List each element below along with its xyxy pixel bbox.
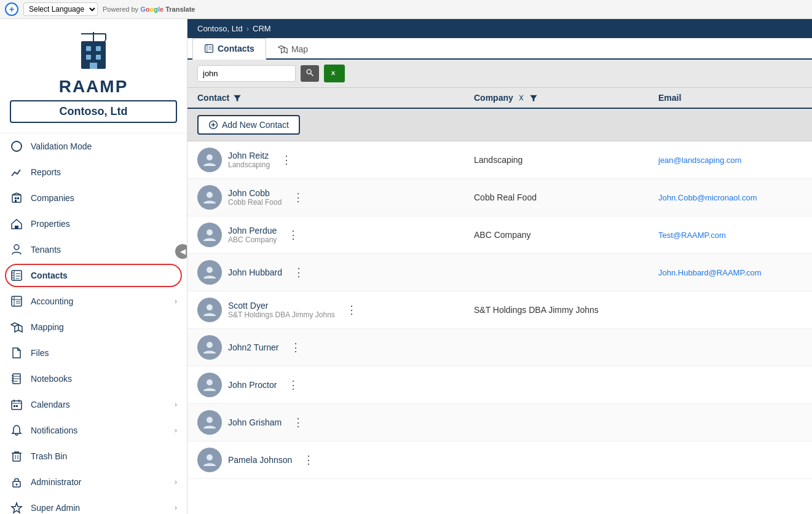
star-icon [10,501,23,514]
bell-icon [10,424,23,437]
svg-line-56 [310,73,313,76]
sidebar-item-notifications[interactable]: Notifications › [0,417,187,443]
contact-name[interactable]: John Grisham [228,417,282,427]
sidebar-item-mapping[interactable]: Mapping [0,314,187,340]
svg-rect-14 [15,200,17,202]
email-link[interactable]: John.Hubbard@RAAMP.com [658,268,762,277]
svg-point-68 [207,304,213,310]
add-new-contact-button[interactable]: Add New Contact [197,115,300,135]
contact-more-button[interactable]: ⋮ [298,451,319,469]
contact-more-button[interactable]: ⋮ [276,151,297,169]
filter-icon[interactable] [233,93,242,102]
files-icon [10,346,23,360]
svg-rect-3 [86,55,91,60]
sort-icon[interactable] [517,93,526,102]
company-cell: S&T Holdings DBA Jimmy Johns [474,305,658,315]
contact-more-button[interactable]: ⋮ [288,263,309,282]
language-bar: + Select Language Powered by Google Tran… [0,0,812,19]
sidebar-collapse-button[interactable]: ◀ [175,244,187,259]
home-icon [10,217,23,231]
contact-name[interactable]: John Hubbard [228,267,282,277]
sidebar-item-calendars[interactable]: Calendars › [0,392,187,417]
sidebar-item-validation-mode[interactable]: Validation Mode [0,133,187,159]
contact-more-button[interactable]: ⋮ [283,226,304,244]
breadcrumb-module: CRM [253,24,271,33]
sidebar-item-administrator[interactable]: Administrator › [0,469,187,495]
person-avatar-icon [202,415,217,430]
contact-name[interactable]: John Proctor [228,380,277,390]
sidebar-item-files[interactable]: Files [0,340,187,366]
contact-name[interactable]: Pamela Johnson [228,455,292,465]
svg-point-55 [307,69,311,74]
table-row: John Grisham ⋮ [187,404,812,441]
contact-cell: John Perdue ABC Company ⋮ [197,223,474,247]
translate-add-button[interactable]: + [5,2,18,16]
filter-icon[interactable] [529,93,538,102]
svg-point-71 [207,417,213,423]
sidebar-item-properties[interactable]: Properties [0,211,187,237]
powered-by-text: Powered by Google Translate [103,6,195,13]
app-name: RAAMP [59,77,128,97]
search-input[interactable] [197,65,296,82]
tab-map[interactable]: Map [266,38,320,60]
sidebar-item-tenants[interactable]: Tenants [0,237,187,263]
svg-rect-1 [86,46,91,51]
table-row: John Perdue ABC Company ⋮ ABC Company Te… [187,216,812,254]
email-link[interactable]: jean@landscaping.com [658,156,741,165]
contact-name[interactable]: Scott Dyer [228,301,335,310]
contact-name[interactable]: John Perdue [228,226,277,235]
sidebar-item-accounting[interactable]: Accounting › [0,288,187,314]
circle-icon [10,140,23,153]
svg-point-65 [207,192,213,198]
contact-info: John Grisham [228,417,282,427]
avatar [197,335,222,360]
chart-icon [10,165,23,179]
sidebar-item-notebooks[interactable]: Notebooks [0,366,187,392]
breadcrumb-company[interactable]: Contoso, Ltd [197,24,243,33]
table-row: John Proctor ⋮ [187,366,812,404]
contact-subtitle: Landscaping [228,160,270,169]
svg-rect-4 [96,55,101,60]
contact-cell: John2 Turner ⋮ [197,335,474,360]
email-link[interactable]: John.Cobb@micronaol.com [658,193,757,202]
contact-info: John Perdue ABC Company [228,226,277,244]
contact-more-button[interactable]: ⋮ [288,188,309,207]
sidebar-item-companies[interactable]: Companies [0,185,187,211]
person-avatar-icon [202,453,217,467]
sidebar-item-super-admin[interactable]: Super Admin › [0,495,187,514]
search-button[interactable] [301,65,319,82]
sidebar-item-contacts[interactable]: Contacts [0,263,187,288]
sidebar-item-reports[interactable]: Reports [0,159,187,185]
contact-info: John Reitz Landscaping [228,151,270,169]
export-excel-button[interactable]: X [324,65,345,82]
contact-more-button[interactable]: ⋮ [288,413,309,432]
email-cell: Test@RAAMP.com [658,229,802,240]
accounting-icon [10,295,23,308]
contact-cell: John Reitz Landscaping ⋮ [197,148,474,172]
tab-contacts[interactable]: Contacts [192,38,266,60]
table-row: John Hubbard ⋮ John.Hubbard@RAAMP.com [187,254,812,291]
company-cell: Cobb Real Food [474,192,658,202]
contact-name[interactable]: John Cobb [228,188,282,198]
person-avatar-icon [202,340,217,355]
contact-more-button[interactable]: ⋮ [341,301,362,319]
contact-name[interactable]: John Reitz [228,151,270,160]
svg-rect-17 [15,226,18,229]
avatar [197,448,222,472]
avatar [197,185,222,210]
contact-info: Pamela Johnson [228,455,292,465]
company-name-box: Contoso, Ltd [10,100,177,123]
company-cell: Landscaping [474,155,658,165]
search-icon [305,68,314,77]
breadcrumb: Contoso, Ltd › CRM [187,19,812,38]
contact-name[interactable]: John2 Turner [228,342,279,352]
person-avatar-icon [202,265,217,280]
sidebar-item-trash-bin[interactable]: Trash Bin [0,443,187,469]
add-new-row: Add New Contact [187,109,812,141]
contact-cell: John Cobb Cobb Real Food ⋮ [197,185,474,210]
language-select[interactable]: Select Language [23,2,98,16]
contact-more-button[interactable]: ⋮ [285,338,306,357]
contact-more-button[interactable]: ⋮ [283,376,304,394]
email-link[interactable]: Test@RAAMP.com [658,231,726,240]
svg-rect-45 [13,453,20,461]
